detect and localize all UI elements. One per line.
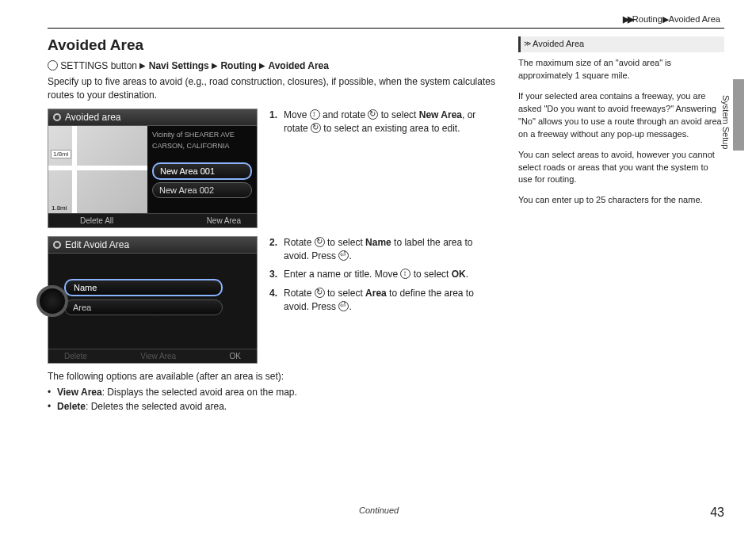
breadcrumb-sep: ▶ [662, 14, 669, 24]
step-bold: OK [452, 269, 466, 280]
ss2-ok-button[interactable]: OK [230, 352, 241, 360]
sidebar-header-text: Avoided Area [533, 38, 584, 51]
ss1-scale-bottom: 1.8mi [52, 204, 67, 212]
ss1-delete-all-button[interactable]: Delete All [80, 216, 113, 225]
step-3: 3. Enter a name or title. Move to select… [269, 268, 498, 281]
ss2-area-field[interactable]: Area [64, 299, 223, 315]
nav-item-navi: Navi Settings [149, 60, 209, 71]
step-text: to select [410, 269, 451, 280]
ss2-header-text: Edit Avoid Area [65, 239, 129, 250]
ss1-map: 1/8mi 1.8mi [48, 126, 147, 213]
settings-button-icon [48, 60, 58, 71]
sidebar-p2: If your selected area contains a freeway… [518, 90, 724, 141]
step-text: and rotate [320, 109, 368, 120]
chevron-right-icon: ▶ [139, 61, 146, 70]
divider [48, 28, 724, 29]
step-bold: New Area [419, 109, 462, 120]
ss1-list-item[interactable]: New Area 001 [152, 162, 252, 180]
dial-rotate-icon [368, 109, 378, 120]
press-icon [338, 250, 349, 261]
ss1-header-text: Avoided area [65, 112, 121, 123]
step-text: . [466, 269, 468, 280]
step-text: to select [325, 237, 365, 248]
dial-rotate-icon [315, 237, 325, 247]
section-tab [733, 79, 744, 151]
ss2-header: Edit Avoid Area [48, 237, 257, 254]
sidebar-p4: You can enter up to 25 characters for th… [518, 194, 724, 207]
sidebar-p1: The maximum size of an "avoid area" is a… [518, 57, 724, 82]
step-text: Rotate [284, 288, 315, 299]
step-text: . [349, 301, 351, 312]
step-bold: Name [365, 237, 391, 248]
ss2-view-area-button[interactable]: View Area [140, 352, 176, 360]
section-tab-label: System Setup [721, 95, 731, 149]
bullet-view-area: View Area: Displays the selected avoid a… [48, 387, 498, 398]
dial-icon [36, 285, 68, 317]
ss1-new-area-button[interactable]: New Area [207, 216, 241, 225]
dial-rotate-icon [315, 288, 325, 298]
ss2-name-field[interactable]: Name [64, 279, 223, 296]
screenshot-edit-avoid-area: Edit Avoid Area Name Area Delete View Ar… [48, 236, 258, 364]
nav-settings-label: SETTINGS button [60, 60, 137, 71]
breadcrumb-arrows: ▶▶ [623, 14, 632, 24]
step-1: 1. Move and rotate to select New Area, o… [269, 109, 498, 136]
step-text: Enter a name or title. Move [284, 269, 400, 280]
intro-text: Specify up to five areas to avoid (e.g.,… [48, 75, 498, 102]
page-title: Avoided Area [48, 36, 498, 54]
chevron-icon: ≫ [524, 39, 529, 49]
nav-path: SETTINGS button ▶ Navi Settings ▶ Routin… [48, 60, 498, 71]
joystick-updown-icon [400, 269, 410, 279]
joystick-updown-icon [310, 109, 320, 120]
step-text: to select an existing area to edit. [321, 123, 460, 134]
breadcrumb-part1: Routing [632, 14, 662, 24]
page-number: 43 [710, 505, 724, 520]
step-text: . [349, 250, 351, 261]
bullet-text: : Deletes the selected avoid area. [86, 401, 227, 412]
step-bold: Area [365, 288, 387, 299]
step-4: 4. Rotate to select Area to define the a… [269, 287, 498, 315]
gear-icon [53, 113, 61, 121]
screenshot-avoided-area: Avoided area 1/8mi 1.8mi Vicinity of SHE… [48, 109, 258, 228]
gear-icon [53, 241, 61, 249]
nav-item-routing: Routing [220, 60, 256, 71]
nav-item-avoided: Avoided Area [268, 60, 328, 71]
step-text: Move [284, 109, 310, 120]
breadcrumb: ▶▶Routing▶Avoided Area [48, 14, 724, 25]
dial-rotate-icon [311, 123, 321, 133]
continued-label: Continued [48, 505, 710, 520]
press-icon [338, 301, 349, 311]
chevron-right-icon: ▶ [212, 61, 218, 70]
sidebar-p3: You can select areas to avoid, however y… [518, 149, 724, 187]
bullet-text: : Displays the selected avoid area on th… [102, 387, 297, 398]
chevron-right-icon: ▶ [259, 61, 265, 70]
ss2-delete-button[interactable]: Delete [64, 352, 87, 360]
ss1-vicinity1: Vicinity of SHEARER AVE [147, 129, 257, 141]
breadcrumb-part2: Avoided Area [669, 14, 720, 24]
step-2: 2. Rotate to select Name to label the ar… [269, 236, 498, 264]
ss1-scale-top: 1/8mi [51, 150, 71, 158]
ss1-vicinity2: CARSON, CALIFORNIA [147, 140, 257, 152]
ss1-list-item[interactable]: New Area 002 [152, 182, 252, 198]
after-text: The following options are available (aft… [48, 370, 498, 383]
ss1-header: Avoided area [48, 109, 257, 126]
bullet-bold: Delete [57, 401, 86, 412]
step-text: Rotate [284, 237, 315, 248]
sidebar-header: ≫ Avoided Area [518, 36, 724, 52]
step-text: to select [378, 109, 418, 120]
step-text: to select [325, 288, 365, 299]
bullet-delete: Delete: Deletes the selected avoid area. [48, 401, 498, 412]
bullet-bold: View Area [57, 387, 102, 398]
